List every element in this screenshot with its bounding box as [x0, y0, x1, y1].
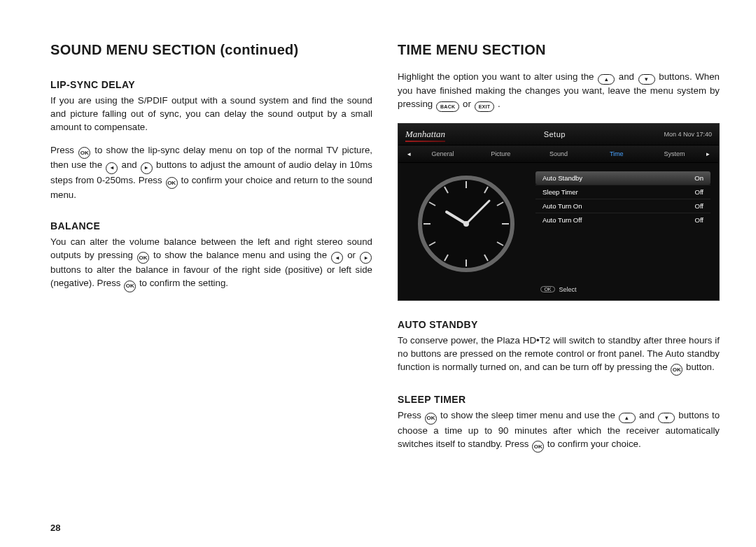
para-sleeptimer: Press OK to show the sleep timer menu an…: [398, 409, 720, 453]
option-value: Off: [695, 202, 704, 210]
para-autostandby: To conserve power, the Plaza HD•T2 will …: [398, 334, 720, 376]
clock-graphic: [407, 171, 526, 276]
ok-icon: OK: [137, 252, 149, 264]
tab-general: General: [414, 150, 472, 157]
option-row: Sleep Timer Off: [536, 185, 710, 199]
heading-balance: BALANCE: [50, 220, 372, 232]
svg-point-16: [463, 221, 469, 227]
heading-lipsync: LIP-SYNC DELAY: [50, 79, 372, 90]
back-button-icon: BACK: [436, 101, 459, 112]
setup-title: Setup: [445, 130, 664, 138]
tab-picture: Picture: [472, 150, 530, 157]
option-label: Auto Turn On: [542, 202, 582, 210]
option-row: Auto Turn On Off: [536, 199, 710, 213]
right-arrow-icon: ▸: [141, 162, 153, 174]
left-title: SOUND MENU SECTION (continued): [50, 42, 372, 58]
right-arrow-icon: ▸: [360, 252, 372, 264]
heading-autostandby: AUTO STANDBY: [398, 319, 720, 330]
up-arrow-icon: ▴: [598, 74, 615, 85]
manual-page: SOUND MENU SECTION (continued) LIP-SYNC …: [0, 0, 756, 547]
footer-ok-icon: OK: [540, 286, 554, 292]
option-label: Sleep Timer: [542, 188, 578, 196]
down-arrow-icon: ▾: [658, 413, 675, 423]
option-label: Auto Turn Off: [542, 216, 582, 224]
left-column: SOUND MENU SECTION (continued) LIP-SYNC …: [50, 42, 372, 533]
ok-icon: OK: [532, 441, 544, 453]
ok-icon: OK: [124, 280, 136, 292]
setup-option-list: Auto Standby On Sleep Timer Off Auto Tur…: [536, 171, 710, 276]
clock-icon: [414, 171, 519, 276]
option-value: On: [694, 174, 704, 182]
up-arrow-icon: ▴: [619, 413, 636, 423]
tab-next-icon: ▸: [704, 150, 713, 157]
para-lipsync-1: If you are using the S/PDIF output with …: [50, 94, 372, 134]
ok-icon: OK: [425, 413, 437, 425]
screenshot-header: Manhattan Setup Mon 4 Nov 17:40: [398, 124, 719, 145]
setup-screenshot: Manhattan Setup Mon 4 Nov 17:40 ◂ Genera…: [398, 123, 720, 301]
setup-tabs: ◂ General Picture Sound Time System ▸: [398, 145, 719, 163]
ok-icon: OK: [671, 364, 682, 376]
page-number: 28: [50, 523, 372, 533]
para-lipsync-2: Press OK to show the lip-sync delay menu…: [50, 144, 372, 202]
setup-footer: OK Select: [398, 282, 719, 300]
heading-sleeptimer: SLEEP TIMER: [398, 394, 720, 405]
tab-time: Time: [587, 150, 645, 157]
option-row: Auto Turn Off Off: [536, 213, 710, 227]
exit-button-icon: EXIT: [475, 101, 495, 112]
footer-select-label: Select: [559, 286, 577, 293]
option-value: Off: [695, 188, 704, 196]
ok-icon: OK: [78, 147, 90, 159]
tab-prev-icon: ◂: [404, 150, 414, 157]
down-arrow-icon: ▾: [638, 74, 655, 85]
setup-body: Auto Standby On Sleep Timer Off Auto Tur…: [398, 163, 719, 282]
option-label: Auto Standby: [542, 174, 582, 182]
left-arrow-icon: ◂: [331, 252, 343, 264]
right-column: TIME MENU SECTION Highlight the option y…: [398, 42, 720, 533]
right-title: TIME MENU SECTION: [398, 42, 720, 58]
brand-logo: Manhattan: [405, 129, 445, 140]
setup-datetime: Mon 4 Nov 17:40: [664, 131, 712, 138]
option-row: Auto Standby On: [536, 171, 710, 185]
tab-system: System: [645, 150, 704, 157]
tab-sound: Sound: [530, 150, 588, 157]
option-value: Off: [695, 216, 704, 224]
left-arrow-icon: ◂: [106, 162, 118, 174]
ok-icon: OK: [166, 177, 178, 189]
para-intro: Highlight the option you want to alter u…: [398, 71, 720, 112]
para-balance: You can alter the volume balance between…: [50, 236, 372, 292]
